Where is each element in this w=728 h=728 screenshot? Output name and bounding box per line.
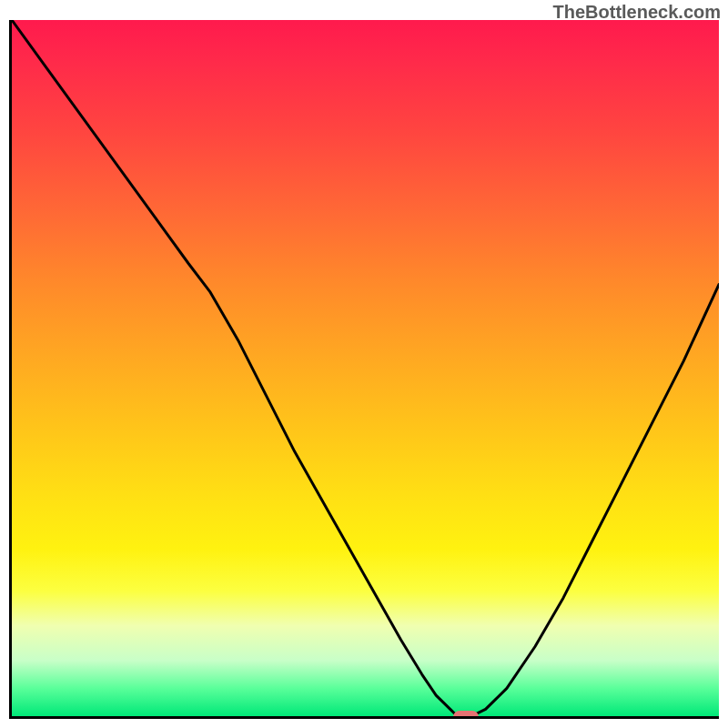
plot-area bbox=[9, 20, 719, 719]
gradient-background bbox=[12, 20, 719, 716]
chart-container: TheBottleneck.com bbox=[0, 0, 728, 728]
optimal-point-marker bbox=[453, 711, 479, 719]
watermark-label: TheBottleneck.com bbox=[553, 2, 721, 23]
